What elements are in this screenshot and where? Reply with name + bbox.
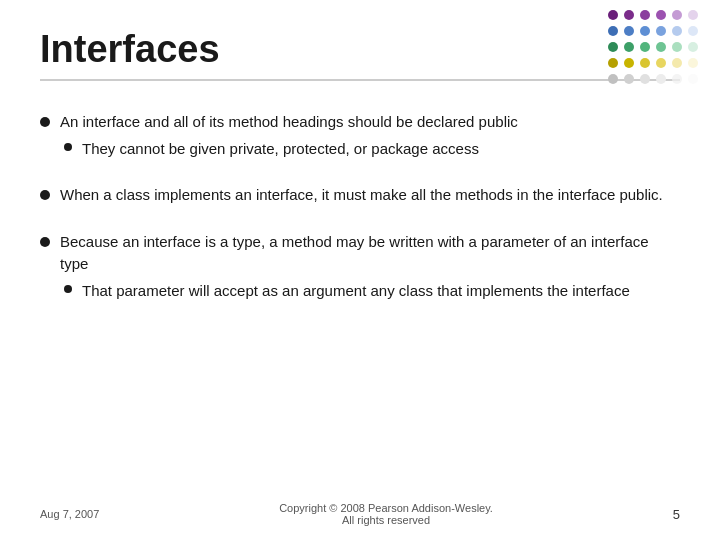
dot-grid-decoration	[608, 10, 700, 86]
dot-grid-cell	[672, 58, 682, 68]
sub-bullet-3a: That parameter will accept as an argumen…	[64, 280, 680, 303]
bullet-item-3: Because an interface is a type, a method…	[40, 231, 680, 303]
footer: Aug 7, 2007 Copyright © 2008 Pearson Add…	[0, 502, 720, 526]
dot-grid-cell	[688, 10, 698, 20]
footer-copyright: Copyright © 2008 Pearson Addison-Wesley.…	[99, 502, 672, 526]
dot-grid-cell	[640, 26, 650, 36]
dot-grid-cell	[688, 58, 698, 68]
bullet-dot-2	[40, 190, 50, 200]
footer-page-number: 5	[673, 507, 680, 522]
dot-grid-cell	[608, 42, 618, 52]
dot-grid-cell	[624, 26, 634, 36]
bullet-dot-1	[40, 117, 50, 127]
dot-grid-cell	[608, 58, 618, 68]
dot-grid-cell	[624, 42, 634, 52]
sub-bullet-text-3a: That parameter will accept as an argumen…	[82, 280, 630, 303]
sub-bullet-1a: They cannot be given private, protected,…	[64, 138, 518, 161]
bullet-text-2: When a class implements an interface, it…	[60, 184, 663, 207]
dot-grid-cell	[688, 26, 698, 36]
dot-grid-cell	[672, 74, 682, 84]
dot-grid-cell	[608, 26, 618, 36]
bullet-item-1: An interface and all of its method headi…	[40, 111, 680, 160]
dot-grid-cell	[672, 26, 682, 36]
dot-grid-cell	[640, 42, 650, 52]
dot-grid-cell	[688, 74, 698, 84]
dot-grid-cell	[672, 42, 682, 52]
dot-grid-cell	[624, 10, 634, 20]
dot-grid-cell	[656, 74, 666, 84]
dot-grid-cell	[656, 10, 666, 20]
dot-grid-cell	[624, 58, 634, 68]
footer-date: Aug 7, 2007	[40, 508, 99, 520]
dot-grid-cell	[608, 74, 618, 84]
dot-grid-cell	[688, 42, 698, 52]
content-area: An interface and all of its method headi…	[40, 111, 680, 302]
dot-grid-cell	[672, 10, 682, 20]
dot-grid-cell	[640, 58, 650, 68]
sub-bullet-text-1a: They cannot be given private, protected,…	[82, 138, 479, 161]
dot-grid-cell	[624, 74, 634, 84]
dot-grid-cell	[656, 26, 666, 36]
sub-bullet-dot-1a	[64, 143, 72, 151]
bullet-item-2: When a class implements an interface, it…	[40, 184, 680, 207]
bullet-dot-3	[40, 237, 50, 247]
sub-bullet-dot-3a	[64, 285, 72, 293]
bullet-text-1: An interface and all of its method headi…	[60, 111, 518, 160]
slide-title: Interfaces	[40, 28, 680, 81]
dot-grid-cell	[608, 10, 618, 20]
slide: Interfaces An interface and all of its m…	[0, 0, 720, 540]
dot-grid-cell	[640, 10, 650, 20]
bullet-text-3: Because an interface is a type, a method…	[60, 231, 680, 303]
dot-grid-cell	[656, 42, 666, 52]
dot-grid-cell	[640, 74, 650, 84]
dot-grid-cell	[656, 58, 666, 68]
